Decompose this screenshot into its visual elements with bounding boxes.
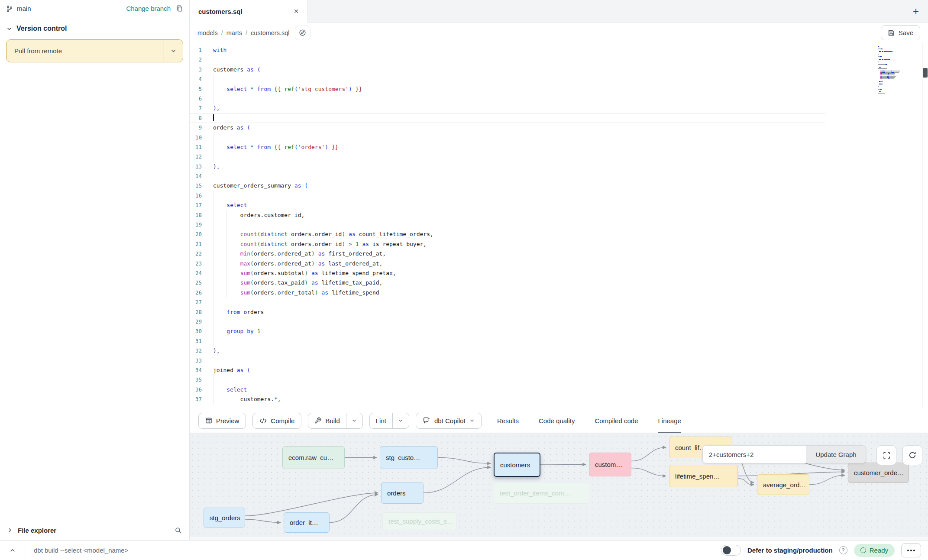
- code-line[interactable]: 1with: [190, 45, 928, 55]
- compile-button[interactable]: Compile: [252, 413, 301, 429]
- code-line[interactable]: 29: [190, 317, 928, 327]
- lineage-node-order_it[interactable]: order_it…: [284, 512, 330, 533]
- lineage-panel: ecom.raw_cu…stg_custo…customerscustom…co…: [190, 433, 928, 540]
- code-line[interactable]: 32),: [190, 346, 928, 356]
- code-line[interactable]: 27: [190, 298, 928, 307]
- version-control-header[interactable]: Version control: [0, 17, 189, 38]
- pull-from-remote-label[interactable]: Pull from remote: [6, 40, 164, 62]
- code-line[interactable]: 13),: [190, 162, 928, 172]
- close-icon[interactable]: ✕: [294, 8, 299, 15]
- line-number: 4: [190, 74, 202, 84]
- save-button[interactable]: Save: [881, 25, 920, 40]
- expand-command-bar-button[interactable]: [0, 541, 25, 560]
- tab-customers-sql[interactable]: customers.sql ✕: [190, 0, 308, 23]
- command-input[interactable]: dbt build --select <model_name>: [34, 547, 721, 554]
- code-editor[interactable]: 1with23customers as (45 select * from {{…: [190, 43, 928, 408]
- breadcrumb-item[interactable]: models: [197, 29, 218, 36]
- compass-icon[interactable]: [295, 26, 310, 40]
- lineage-node-average[interactable]: average_ord…: [757, 474, 809, 495]
- code-line[interactable]: 12: [190, 152, 928, 162]
- lineage-node-stg_custo[interactable]: stg_custo…: [380, 446, 438, 469]
- code-line[interactable]: 9orders as (: [190, 123, 928, 133]
- code-line[interactable]: 18 orders.customer_id,: [190, 210, 928, 220]
- lineage-node-orders[interactable]: orders: [381, 482, 424, 504]
- code-line[interactable]: 24 sum(orders.subtotal) as lifetime_spen…: [190, 269, 928, 278]
- more-options-button[interactable]: [901, 543, 921, 557]
- main-area: customers.sql ✕ + models/marts/customers…: [190, 0, 928, 540]
- code-line[interactable]: 11 select * from {{ ref('orders') }}: [190, 142, 928, 152]
- build-options-chevron[interactable]: [346, 413, 362, 428]
- copy-icon[interactable]: [176, 5, 183, 12]
- lineage-node-test_supply[interactable]: test_supply_costs_s…: [382, 512, 456, 530]
- code-line[interactable]: 20 count(distinct orders.order_id) as co…: [190, 230, 928, 239]
- code-line[interactable]: 26 sum(orders.order_total) as lifetime_s…: [190, 288, 928, 298]
- lint-button[interactable]: Lint: [370, 413, 392, 428]
- code-line[interactable]: 2: [190, 55, 928, 65]
- editor-scrollbar[interactable]: [922, 43, 928, 408]
- code-line[interactable]: 21 count(distinct orders.order_id) > 1 a…: [190, 240, 928, 249]
- code-line[interactable]: 35: [190, 375, 928, 385]
- code-line[interactable]: 5 select * from {{ ref('stg_customers') …: [190, 84, 928, 94]
- update-graph-button[interactable]: Update Graph: [806, 446, 866, 463]
- panel-tab-compiled-code[interactable]: Compiled code: [595, 408, 638, 433]
- code-line[interactable]: 37 customers.*,: [190, 395, 928, 404]
- code-line[interactable]: 31: [190, 337, 928, 346]
- code-line[interactable]: 36 select: [190, 385, 928, 395]
- ready-status-badge[interactable]: Ready: [854, 544, 895, 557]
- code-line[interactable]: 3customers as (: [190, 65, 928, 74]
- code-line[interactable]: 19: [190, 220, 928, 230]
- lineage-node-test_order[interactable]: test_order_items_com…: [494, 482, 589, 504]
- code-line[interactable]: 33: [190, 356, 928, 366]
- lineage-node-customers[interactable]: customers: [494, 453, 540, 477]
- code-lines: 1with23customers as (45 select * from {{…: [190, 45, 928, 404]
- line-number: 27: [190, 298, 202, 307]
- lineage-node-lifetime[interactable]: lifetime_spen…: [669, 465, 738, 487]
- code-line[interactable]: 14: [190, 172, 928, 181]
- line-number: 13: [190, 162, 202, 172]
- preview-button[interactable]: Preview: [198, 413, 246, 429]
- scrollbar-thumb[interactable]: [923, 68, 928, 78]
- code-line[interactable]: 15customer_orders_summary as (: [190, 181, 928, 191]
- dbt-copilot-button[interactable]: dbt Copilot: [416, 413, 482, 429]
- help-icon[interactable]: ?: [839, 546, 847, 554]
- lineage-node-ecom[interactable]: ecom.raw_cu…: [282, 446, 345, 469]
- lineage-hscrollbar[interactable]: [190, 537, 928, 540]
- code-line[interactable]: 28 from orders: [190, 308, 928, 317]
- pull-options-chevron[interactable]: [164, 40, 183, 62]
- panel-tab-lineage[interactable]: Lineage: [658, 408, 681, 433]
- refresh-button[interactable]: [902, 445, 922, 465]
- lineage-search-input[interactable]: [703, 446, 806, 463]
- code-line[interactable]: 7),: [190, 104, 928, 113]
- breadcrumb-item[interactable]: marts: [226, 29, 242, 36]
- lineage-node-stg_orders[interactable]: stg_orders: [204, 508, 245, 528]
- lineage-node-customer_orde[interactable]: customer_orde…: [848, 463, 909, 483]
- new-tab-button[interactable]: +: [904, 0, 928, 22]
- minimap[interactable]: [878, 46, 918, 94]
- code-line[interactable]: 23 max(orders.ordered_at) as last_ordere…: [190, 259, 928, 269]
- code-line[interactable]: 34joined as (: [190, 366, 928, 375]
- code-icon: [259, 418, 267, 424]
- code-line[interactable]: 16: [190, 191, 928, 201]
- code-line[interactable]: 17 select: [190, 201, 928, 210]
- lint-options-chevron[interactable]: [392, 413, 409, 428]
- change-branch-link[interactable]: Change branch: [126, 5, 171, 12]
- code-line[interactable]: 10: [190, 133, 928, 142]
- code-line[interactable]: 22 min(orders.ordered_at) as first_order…: [190, 249, 928, 259]
- pull-from-remote-button[interactable]: Pull from remote: [6, 39, 183, 62]
- code-line[interactable]: 25 sum(orders.tax_paid) as lifetime_tax_…: [190, 278, 928, 288]
- file-explorer-header[interactable]: File explorer: [0, 520, 189, 540]
- breadcrumb-item[interactable]: customers.sql: [251, 29, 289, 36]
- panel-tab-results[interactable]: Results: [497, 408, 519, 433]
- line-number: 36: [190, 385, 202, 395]
- code-line[interactable]: 4: [190, 74, 928, 84]
- build-button[interactable]: Build: [308, 413, 346, 428]
- save-label: Save: [899, 29, 913, 36]
- panel-tab-code-quality[interactable]: Code quality: [539, 408, 575, 433]
- code-line[interactable]: 8: [190, 113, 825, 123]
- code-line[interactable]: 30 group by 1: [190, 327, 928, 336]
- code-line[interactable]: 6: [190, 94, 928, 104]
- fullscreen-button[interactable]: [876, 445, 896, 465]
- search-icon[interactable]: [175, 527, 182, 534]
- defer-toggle[interactable]: [721, 545, 741, 556]
- lineage-node-custom[interactable]: custom…: [589, 453, 631, 476]
